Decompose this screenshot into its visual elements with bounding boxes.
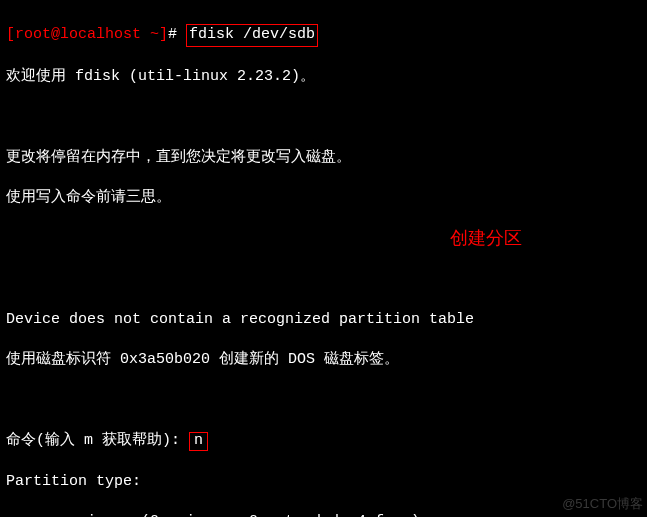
input-n-box: n <box>189 432 208 451</box>
device-msg-line: Device does not contain a recognized par… <box>6 310 641 330</box>
cmd-prompt-text: 命令(输入 m 获取帮助): <box>6 432 180 449</box>
prompt-hash: # <box>168 26 177 43</box>
ptype-header: Partition type: <box>6 472 641 492</box>
notice-line-1: 更改将停留在内存中，直到您决定将更改写入磁盘。 <box>6 148 641 168</box>
dos-label-line: 使用磁盘标识符 0x3a50b020 创建新的 DOS 磁盘标签。 <box>6 350 641 370</box>
ptype-primary: p primary (0 primary, 0 extended, 4 free… <box>6 512 641 517</box>
fdisk-command: fdisk /dev/sdb <box>186 24 318 46</box>
watermark: @51CTO博客 <box>562 495 643 513</box>
prompt-user-host: [root@localhost ~] <box>6 26 168 43</box>
cmd-prompt-n: 命令(输入 m 获取帮助): n <box>6 431 641 451</box>
welcome-line: 欢迎使用 fdisk (util-linux 2.23.2)。 <box>6 67 641 87</box>
terminal-output: [root@localhost ~]# fdisk /dev/sdb 欢迎使用 … <box>0 0 647 517</box>
prompt-line[interactable]: [root@localhost ~]# fdisk /dev/sdb <box>6 24 641 46</box>
notice-line-2: 使用写入命令前请三思。 <box>6 188 641 208</box>
blank-line <box>6 107 641 127</box>
blank-line <box>6 269 641 289</box>
blank-line <box>6 391 641 411</box>
blank-line <box>6 229 641 249</box>
annotation-label: 创建分区 <box>450 226 522 250</box>
